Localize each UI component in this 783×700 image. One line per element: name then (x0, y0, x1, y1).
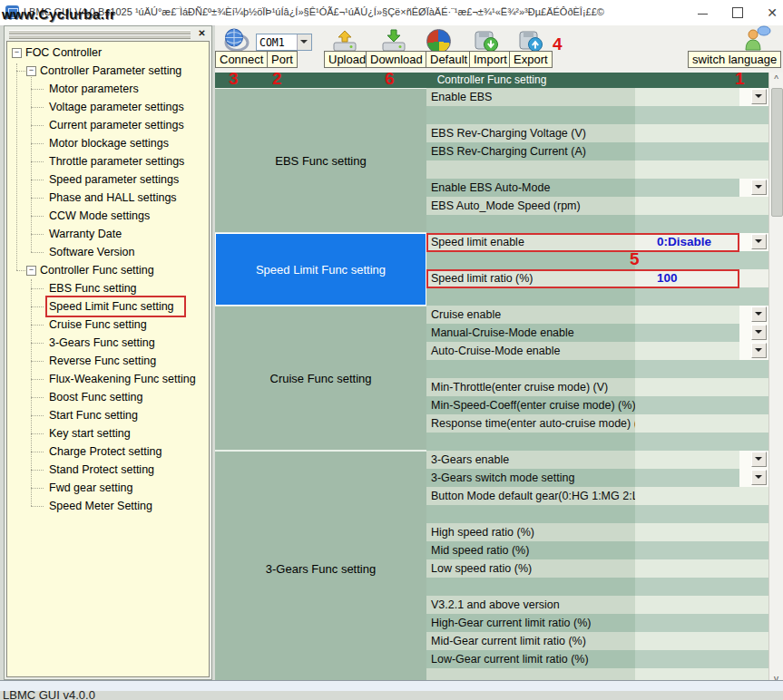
param-value-cell[interactable] (635, 523, 768, 541)
param-value-cell[interactable] (635, 124, 768, 142)
import-button[interactable]: Import (469, 51, 512, 68)
tree-collapse-icon[interactable]: − (12, 48, 22, 58)
close-button[interactable]: ✕ (757, 0, 783, 25)
port-dropdown-icon[interactable] (297, 34, 311, 50)
connect-icon[interactable] (222, 27, 250, 53)
grid-row-spacer (426, 106, 768, 124)
maximize-button[interactable] (722, 0, 753, 25)
connect-button[interactable]: Connect (215, 51, 268, 68)
tree-item-controller-func-setting[interactable]: Controller Func setting (40, 261, 154, 279)
tree-item-fwd-gear-setting[interactable]: Fwd gear setting (49, 479, 132, 497)
param-value-cell[interactable] (635, 578, 768, 596)
tree-item-foc-controller[interactable]: FOC Controller (25, 44, 102, 62)
param-value-cell[interactable] (635, 614, 768, 632)
vertical-scrollbar[interactable]: ^ v (768, 73, 783, 686)
dropdown-arrow-icon[interactable] (751, 180, 767, 195)
tree-item-speed-meter-setting[interactable]: Speed Meter Setting (49, 497, 152, 515)
param-value-cell[interactable] (635, 433, 768, 451)
tree-collapse-icon[interactable]: − (26, 266, 36, 276)
tree-item-ebs-func-setting[interactable]: EBS Func setting (49, 279, 137, 297)
dropdown-arrow-icon[interactable] (751, 234, 767, 249)
param-value-cell[interactable] (635, 197, 768, 215)
param-value-cell[interactable] (635, 596, 768, 614)
param-value-cell[interactable] (635, 396, 768, 414)
dropdown-arrow-icon[interactable] (751, 306, 767, 322)
default-button[interactable]: Default (426, 51, 472, 68)
param-value-cell[interactable] (635, 378, 768, 396)
param-value-cell[interactable] (635, 559, 768, 578)
upload-icon[interactable] (331, 29, 358, 53)
tree-panel-close-icon[interactable]: ✕ (196, 27, 208, 39)
section-ebs-func-setting[interactable]: EBS Func setting (215, 88, 426, 233)
switch-language-button[interactable]: switch language (688, 51, 781, 68)
param-value-cell[interactable] (635, 215, 768, 233)
export-button[interactable]: Export (509, 51, 553, 68)
tree-item-boost-func-setting[interactable]: Boost Func setting (49, 388, 143, 406)
upload-button[interactable]: Upload (324, 51, 370, 68)
tree-branch-line (31, 452, 44, 452)
tree-item-phase-and-hall-settings[interactable]: Phase and HALL settings (49, 189, 177, 207)
param-value-cell[interactable] (635, 650, 768, 668)
param-value-cell[interactable] (635, 505, 768, 523)
grid-rows: Enable EBSEBS Rev-Charging Voltage (V)EB… (215, 73, 768, 686)
param-value-cell[interactable] (635, 414, 768, 433)
tree-item-ccw-mode-settings[interactable]: CCW Mode settings (49, 207, 150, 225)
tree-item-warranty-date[interactable]: Warranty Date (49, 225, 122, 243)
tree-item-current-parameter-settings[interactable]: Current parameter settings (49, 116, 184, 134)
tree-item-3-gears-func-setting[interactable]: 3-Gears Func setting (49, 334, 155, 352)
download-button[interactable]: Download (366, 51, 427, 68)
param-value-cell[interactable] (635, 160, 768, 179)
default-icon[interactable] (426, 29, 451, 53)
switch-language-icon[interactable] (742, 25, 771, 51)
tree-branch-line (31, 288, 44, 289)
dropdown-arrow-icon[interactable] (751, 343, 767, 358)
scroll-up-icon[interactable]: ^ (769, 73, 783, 87)
param-value-cell[interactable] (635, 287, 768, 306)
export-icon[interactable] (518, 29, 543, 53)
param-value-cell[interactable] (635, 632, 768, 650)
port-button[interactable]: Port (267, 51, 298, 68)
tree-item-reverse-func-setting[interactable]: Reverse Func setting (49, 352, 156, 370)
grid-row-enable-ebs-auto-mode: Enable EBS Auto-Mode (426, 179, 768, 197)
window-titlebar: LBMC GUI V4.0 B..1025 ¹úÄÚ°æ£¨ÌáÐÑ£º±¾Èí… (0, 0, 783, 26)
tree-item-software-version[interactable]: Software Version (49, 243, 135, 261)
param-value-cell[interactable] (635, 487, 768, 505)
tree-item-flux-weakening-func-setting[interactable]: Flux-Weakening Func setting (49, 370, 196, 388)
dropdown-arrow-icon[interactable] (751, 325, 767, 340)
tree-item-stand-protect-setting[interactable]: Stand Protect setting (49, 461, 154, 479)
tree-item-motor-parameters[interactable]: Motor parameters (49, 80, 139, 98)
tree-item-controller-parameter-setting[interactable]: Controller Parameter setting (40, 62, 181, 80)
port-select[interactable]: COM1 (256, 34, 312, 51)
param-value-cell[interactable] (635, 251, 768, 269)
tree-item-key-start-setting[interactable]: Key start setting (49, 424, 131, 442)
dropdown-arrow-icon[interactable] (751, 470, 767, 485)
minimize-button[interactable] (688, 0, 719, 25)
import-icon[interactable] (474, 29, 499, 53)
param-label: Button Mode default gear(0:HG 1:MG 2:LG) (431, 487, 651, 505)
param-value-cell[interactable] (635, 142, 768, 160)
param-label: Min-Speed-Coeff(enter cruise mode) (%) (431, 396, 636, 414)
tree-item-speed-parameter-settings[interactable]: Speed parameter settings (49, 170, 179, 189)
dropdown-arrow-icon[interactable] (751, 89, 767, 104)
scrollbar-thumb[interactable] (771, 88, 783, 217)
dropdown-arrow-icon[interactable] (751, 452, 767, 467)
download-icon[interactable] (380, 29, 407, 53)
tree-item-voltage-parameter-settings[interactable]: Voltage parameter settings (49, 98, 184, 116)
panel-grip[interactable] (9, 30, 191, 34)
tree-item-charge-protect-setting[interactable]: Charge Protect setting (49, 442, 161, 461)
horizontal-scrollbar[interactable] (0, 680, 783, 691)
param-value-cell[interactable] (635, 360, 768, 378)
section-speed-limit-func-setting[interactable]: Speed Limit Func setting (215, 233, 426, 306)
tree-item-start-func-setting[interactable]: Start Func setting (49, 406, 138, 424)
grid-row-manual-cruise-mode-enable: Manual-Cruise-Mode enable (426, 324, 768, 342)
tree-item-cruise-func-setting[interactable]: Cruise Func setting (49, 316, 147, 334)
param-value-cell[interactable] (635, 541, 768, 559)
section-3-gears-func-setting[interactable]: 3-Gears Func setting (215, 451, 426, 686)
tree-item-throttle-parameter-settings[interactable]: Throttle parameter settings (49, 152, 184, 170)
panel-grip[interactable] (9, 34, 191, 38)
section-cruise-func-setting[interactable]: Cruise Func setting (215, 306, 426, 451)
tree-collapse-icon[interactable]: − (26, 66, 36, 76)
param-value-cell[interactable] (635, 106, 768, 124)
grid-row-high-speed-ratio: High speed ratio (%) (426, 523, 768, 541)
tree-item-motor-blockage-settings[interactable]: Motor blockage settings (49, 134, 169, 152)
